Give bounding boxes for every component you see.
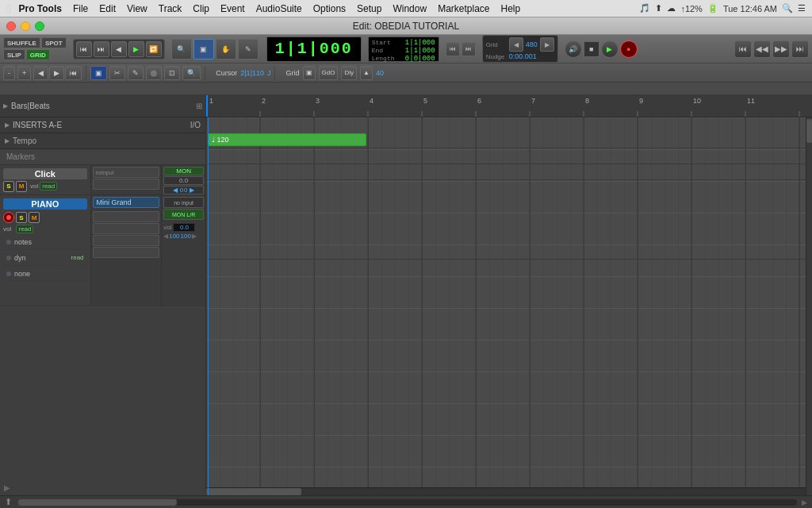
piano-insert-2[interactable]: [93, 223, 160, 234]
gdo-button[interactable]: GdO: [319, 66, 339, 80]
menu-options[interactable]: Options: [313, 3, 346, 14]
pre-roll-button[interactable]: ⏮: [446, 42, 460, 56]
apple-menu[interactable]: : [6, 2, 10, 15]
close-button[interactable]: [6, 21, 16, 31]
dly-button[interactable]: Dly: [341, 66, 357, 80]
nav-start[interactable]: ⏮: [65, 66, 82, 80]
click-automation[interactable]: read: [40, 182, 57, 190]
select-tool[interactable]: ▣: [193, 39, 214, 60]
piano-io-in[interactable]: no input: [163, 197, 204, 208]
nav-back[interactable]: ◀: [33, 66, 48, 80]
menu-track[interactable]: Track: [159, 3, 182, 14]
zoom-tool2-btn[interactable]: 🔍: [182, 66, 201, 80]
menu-help[interactable]: Help: [501, 3, 521, 14]
piano-io-out[interactable]: MON L/R: [163, 209, 204, 220]
percent-value: 40: [376, 69, 384, 77]
play-button[interactable]: ▶: [128, 41, 144, 57]
grid-increase[interactable]: ▶: [540, 37, 554, 52]
track-divider-1: [206, 148, 812, 148]
slip-button[interactable]: SLIP: [3, 49, 25, 60]
piano-insert-4[interactable]: [93, 247, 160, 258]
bottom-scrollbar-thumb[interactable]: [206, 488, 301, 495]
grid-toggle[interactable]: ▣: [303, 66, 316, 80]
click-insert-slot-2[interactable]: [93, 179, 160, 190]
percent-button[interactable]: ▲: [360, 66, 373, 80]
menu-event[interactable]: Event: [220, 3, 245, 14]
markers-section-header[interactable]: Markers: [0, 149, 205, 165]
minimize-button[interactable]: [21, 21, 30, 31]
tempo-clip[interactable]: ♩ 120: [208, 133, 366, 146]
go-start-button[interactable]: ⏮: [734, 40, 752, 58]
edit-mode-group: SHUFFLE SPOT SLIP GRID: [3, 37, 67, 60]
scrubber-tool-btn[interactable]: ◎: [146, 66, 162, 80]
trimmer-tool-btn[interactable]: ✂: [109, 66, 125, 80]
piano-insert-3[interactable]: [93, 235, 160, 246]
stop-button[interactable]: ■: [584, 41, 599, 57]
right-scrollbar-thumb[interactable]: [806, 119, 812, 143]
bottom-scrollbar[interactable]: [206, 487, 806, 495]
tempo-section-header[interactable]: ▶ Tempo: [0, 133, 205, 149]
click-track-name[interactable]: Click: [3, 168, 87, 179]
main-scrollbar[interactable]: [18, 499, 797, 506]
back-button[interactable]: ◀: [111, 41, 127, 57]
piano-mute-btn[interactable]: M: [29, 212, 40, 223]
menu-file[interactable]: File: [73, 3, 88, 14]
menu-edit[interactable]: Edit: [99, 3, 116, 14]
menu-view[interactable]: View: [127, 3, 147, 14]
click-monitor-button[interactable]: 🔊: [565, 40, 582, 58]
click-track-row: Click S M vol read noinput MON 0.0: [0, 165, 205, 195]
grabber-tool[interactable]: ✋: [216, 39, 236, 60]
pan-left-arrow[interactable]: ◀: [163, 233, 168, 240]
menu-setup[interactable]: Setup: [357, 3, 381, 14]
pan-right-arrow[interactable]: ▶: [192, 233, 197, 240]
selector-tool-btn[interactable]: ▣: [90, 66, 107, 80]
menu-clip[interactable]: Clip: [193, 3, 209, 14]
zoom-out-btn[interactable]: -: [3, 66, 15, 80]
piano-rec-btn[interactable]: [3, 212, 14, 223]
smart-tool-btn[interactable]: ⊡: [164, 66, 180, 80]
sub-dyn[interactable]: dyn read: [3, 250, 87, 266]
go-back-button[interactable]: ◀◀: [753, 40, 771, 58]
piano-automation[interactable]: read: [16, 225, 33, 233]
zoom-tool[interactable]: 🔍: [171, 39, 192, 60]
play-round-button[interactable]: ▶: [601, 40, 619, 58]
piano-solo-btn[interactable]: S: [16, 212, 27, 223]
go-forward-button[interactable]: ▶▶: [772, 40, 790, 58]
main-scrollbar-thumb[interactable]: [18, 499, 177, 506]
piano-pan-l: 100: [169, 233, 179, 240]
zoom-in-btn[interactable]: +: [17, 66, 31, 80]
bottom-icon[interactable]: ⬆: [5, 497, 12, 507]
mini-grand-instrument[interactable]: Mini Grand: [93, 197, 160, 208]
pencil-tool[interactable]: ✎: [238, 39, 259, 60]
expand-arrow[interactable]: ▶: [4, 483, 10, 492]
post-roll-button[interactable]: ⏭: [462, 42, 476, 56]
right-scrollbar-track[interactable]: [806, 117, 812, 495]
click-insert-slot-1[interactable]: noinput: [93, 167, 160, 178]
main-toolbar: SHUFFLE SPOT SLIP GRID ⏮ ⏭ ◀ ▶ 🔁 🔍 ▣ ✋ ✎…: [0, 35, 812, 64]
grid-button[interactable]: GRID: [26, 49, 50, 60]
ruler-row: ▶ Bars|Beats ⊞ 1 2 3 4 5 6 7 8 9 10 11: [0, 95, 812, 117]
maximize-button[interactable]: [35, 21, 44, 31]
click-mute-btn[interactable]: M: [16, 181, 27, 192]
click-solo-btn[interactable]: S: [3, 181, 14, 192]
sub-none[interactable]: none: [3, 266, 87, 282]
shuffle-button[interactable]: SHUFFLE: [3, 37, 40, 48]
click-io-out[interactable]: MON: [163, 167, 204, 175]
menu-protools[interactable]: Pro Tools: [18, 3, 61, 14]
record-button[interactable]: ●: [620, 40, 638, 58]
fast-forward-button[interactable]: ⏭: [94, 41, 109, 57]
scroll-right-btn[interactable]: ▶: [802, 498, 807, 506]
menu-marketplace[interactable]: Marketplace: [438, 3, 489, 14]
loop-button[interactable]: 🔁: [146, 41, 162, 57]
rewind-button[interactable]: ⏮: [76, 41, 92, 57]
menu-audiosuite[interactable]: AudioSuite: [256, 3, 302, 14]
spot-button[interactable]: SPOT: [41, 37, 67, 48]
nav-fwd[interactable]: ▶: [49, 66, 64, 80]
piano-insert-1[interactable]: [93, 211, 160, 222]
grid-decrease[interactable]: ◀: [509, 37, 523, 52]
pencil-tool-btn[interactable]: ✎: [128, 66, 144, 80]
go-end-button[interactable]: ⏭: [791, 40, 809, 58]
menu-window[interactable]: Window: [393, 3, 427, 14]
piano-track-name[interactable]: PIANO: [3, 198, 87, 210]
sub-notes[interactable]: notes: [3, 234, 87, 250]
